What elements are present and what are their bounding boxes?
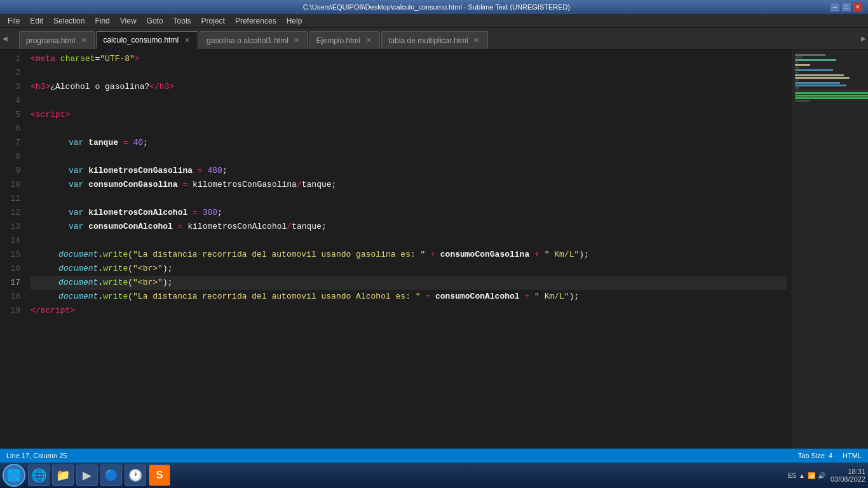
taskbar-chrome-icon[interactable]: 🔵	[100, 464, 122, 486]
volume-icon: 🔊	[818, 472, 825, 479]
linenum-1: 1	[0, 52, 20, 66]
menu-selection[interactable]: Selection	[48, 14, 90, 27]
code-line-9: var kilometrosConGasolina = 480 ;	[31, 164, 787, 178]
code-line-2	[31, 66, 787, 80]
title-text: C:\Users\EQUIPO6\Desktop\calculo_consumo…	[303, 3, 570, 11]
taskbar-media-icon[interactable]: ▶	[76, 464, 98, 486]
linenum-7: 7	[0, 136, 20, 150]
tab-nav-right[interactable]: ▶	[858, 27, 868, 49]
code-line-16: document . write ( "<br>" );	[31, 262, 787, 276]
linenum-9: 9	[0, 164, 20, 178]
linenum-5: 5	[0, 108, 20, 122]
taskbar-ie-icon[interactable]: 🌐	[28, 464, 50, 486]
linenum-13: 13	[0, 220, 20, 234]
tab-close-programa[interactable]: ✕	[79, 36, 88, 45]
close-button[interactable]: ✕	[853, 2, 863, 12]
linenum-17: 17	[0, 276, 20, 290]
status-bar: Line 17, Column 25 Tab Size: 4 HTML	[0, 449, 868, 463]
svg-rect-3	[15, 476, 20, 481]
title-controls[interactable]: ─ □ ✕	[830, 2, 863, 12]
time-display: 18:31	[831, 468, 865, 475]
tab-ejemplo[interactable]: Ejemplo.html ✕	[309, 31, 380, 49]
menu-bar: File Edit Selection Find View Goto Tools…	[0, 14, 868, 28]
linenum-11: 11	[0, 192, 20, 206]
tab-close-calculo[interactable]: ✕	[182, 36, 191, 44]
tab-programa[interactable]: programa.html ✕	[19, 31, 95, 49]
code-line-15: document . write ( "La distancia recorri…	[31, 248, 787, 262]
editor-container: 1 2 3 4 5 6 7 8 9 10 11 12 13 14 15 16 1…	[0, 50, 868, 449]
status-right: Tab Size: 4 HTML	[798, 452, 862, 459]
taskbar-right: ES ▲ 📶 🔊 18:31 03/08/2022	[788, 468, 865, 483]
status-position[interactable]: Line 17, Column 25	[6, 452, 67, 459]
code-line-4	[31, 94, 787, 108]
taskbar: 🌐 📁 ▶ 🔵 🕐 S ES ▲ 📶 🔊 18:31 03/08/2022	[0, 463, 868, 488]
menu-tools[interactable]: Tools	[168, 14, 196, 27]
code-line-14	[31, 234, 787, 248]
code-line-13: var consumoConAlcohol = kilometrosConAlc…	[31, 220, 787, 234]
code-line-1: <meta charset = "UTF-8" >	[31, 52, 787, 66]
menu-edit[interactable]: Edit	[25, 14, 48, 27]
linenum-4: 4	[0, 94, 20, 108]
menu-goto[interactable]: Goto	[142, 14, 168, 27]
tray-arrow: ▲	[799, 472, 805, 479]
code-line-6	[31, 122, 787, 136]
code-area[interactable]: <meta charset = "UTF-8" > <h3> ¿Alcohol …	[25, 50, 792, 449]
svg-rect-0	[8, 470, 13, 475]
line-numbers: 1 2 3 4 5 6 7 8 9 10 11 12 13 14 15 16 1…	[0, 50, 25, 449]
start-button[interactable]	[3, 464, 25, 487]
code-line-5: <script>	[31, 108, 787, 122]
linenum-8: 8	[0, 150, 20, 164]
code-line-17: document . write ( "<br>" );	[31, 276, 787, 290]
svg-rect-1	[15, 470, 20, 475]
code-line-8	[31, 150, 787, 164]
linenum-12: 12	[0, 206, 20, 220]
lang-indicator: ES	[788, 472, 796, 479]
system-tray: ES ▲ 📶 🔊	[788, 472, 825, 479]
code-line-7: var tanque = 40 ;	[31, 136, 787, 150]
maximize-button[interactable]: □	[841, 2, 851, 12]
minimize-button[interactable]: ─	[830, 2, 840, 12]
menu-project[interactable]: Project	[196, 14, 230, 27]
code-line-11	[31, 192, 787, 206]
taskbar-clock-icon[interactable]: 🕐	[125, 464, 146, 486]
linenum-19: 19	[0, 304, 20, 318]
code-line-18: document . write ( "La distancia recorri…	[31, 290, 787, 304]
code-line-3: <h3> ¿Alcohol o gasolina? </h3>	[31, 80, 787, 94]
status-tab-size[interactable]: Tab Size: 4	[798, 452, 832, 459]
minimap-visual	[792, 50, 868, 449]
date-display: 03/08/2022	[831, 475, 865, 483]
menu-view[interactable]: View	[115, 14, 142, 27]
status-left: Line 17, Column 25	[6, 452, 67, 459]
title-bar: C:\Users\EQUIPO6\Desktop\calculo_consumo…	[0, 0, 868, 14]
minimap	[792, 50, 868, 449]
status-syntax[interactable]: HTML	[843, 452, 862, 459]
linenum-16: 16	[0, 262, 20, 276]
menu-file[interactable]: File	[3, 14, 25, 27]
tab-calculo[interactable]: calculo_consumo.html ✕	[96, 31, 198, 49]
linenum-14: 14	[0, 234, 20, 248]
taskbar-folder-icon[interactable]: 📁	[52, 464, 74, 486]
code-line-12: var kilometrosConAlcohol = 300 ;	[31, 206, 787, 220]
menu-help[interactable]: Help	[281, 14, 308, 27]
linenum-2: 2	[0, 66, 20, 80]
tab-close-tabla[interactable]: ✕	[472, 36, 481, 45]
tab-tabla[interactable]: tabla de multiplicar.html ✕	[381, 31, 487, 49]
clock[interactable]: 18:31 03/08/2022	[831, 468, 865, 483]
tab-nav-left[interactable]: ◀	[0, 27, 10, 49]
linenum-18: 18	[0, 290, 20, 304]
taskbar-left: 🌐 📁 ▶ 🔵 🕐 S	[3, 464, 170, 487]
tab-gasolina[interactable]: gasolina o alcohol1.html ✕	[200, 31, 308, 49]
linenum-3: 3	[0, 80, 20, 94]
windows-logo-icon	[8, 469, 20, 482]
code-line-19: </script>	[31, 304, 787, 318]
taskbar-sublime-icon[interactable]: S	[149, 464, 170, 486]
svg-rect-2	[8, 476, 13, 481]
menu-find[interactable]: Find	[90, 14, 114, 27]
network-icon: 📶	[808, 472, 815, 479]
linenum-6: 6	[0, 122, 20, 136]
code-line-10: var consumoConGasolina = kilometrosConGa…	[31, 178, 787, 192]
tab-close-ejemplo[interactable]: ✕	[364, 36, 373, 45]
linenum-10: 10	[0, 178, 20, 192]
tab-close-gasolina[interactable]: ✕	[292, 36, 301, 45]
menu-preferences[interactable]: Preferences	[230, 14, 281, 27]
